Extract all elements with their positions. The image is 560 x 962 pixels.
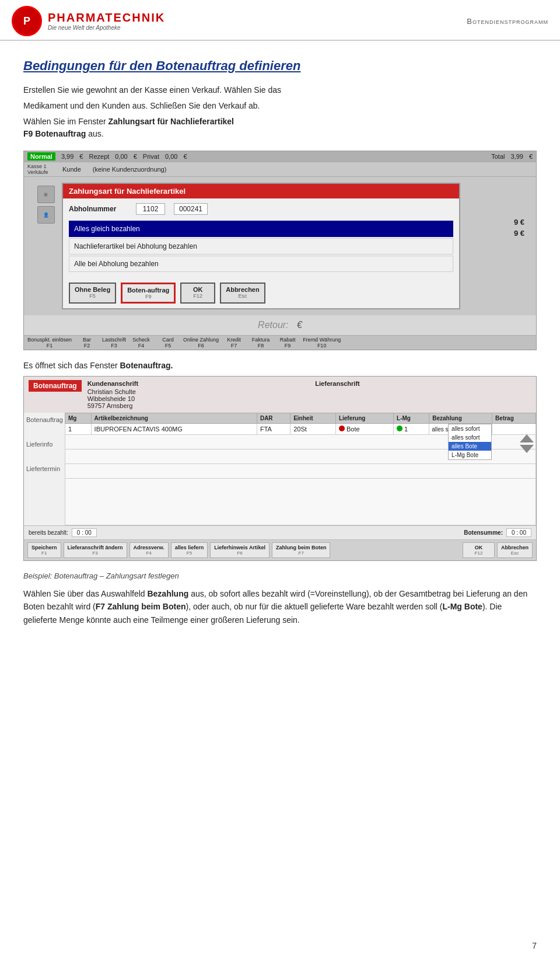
dialog-box: Zahlungsart für Nachlieferartikel Abholn… <box>62 183 460 309</box>
ss2-body: Botenauftrag Lieferinfo Liefertermin Mg … <box>24 413 536 525</box>
ss2-lieferanschrift: Lieferanschrift <box>315 380 531 409</box>
logo-text: PHARMATECHNIK Die neue Welt der Apotheke <box>48 11 165 31</box>
th-dar: DAR <box>257 413 290 424</box>
bottom-fremd: Fremd WährungF10 <box>303 337 341 348</box>
btn-ohne-beleg[interactable]: Ohne Beleg F5 <box>69 283 116 304</box>
normal-label: Normal <box>27 152 55 161</box>
footer-btn-ok[interactable]: OK F12 <box>463 542 495 558</box>
dialog-main: Zahlungsart für Nachlieferartikel Abholn… <box>62 183 460 309</box>
scroll-down-arrow[interactable] <box>520 445 534 453</box>
page-number: 7 <box>532 941 537 950</box>
dialog-title-text: Zahlungsart für Nachlieferartikel <box>69 187 186 196</box>
para2: Medikament und den Kunden aus. Schließen… <box>23 100 537 112</box>
bottom-kredit: KreditF7 <box>222 337 246 348</box>
dropdown-item-2[interactable]: alles sofort <box>449 433 491 442</box>
lmg-dot <box>397 426 402 431</box>
footer-btn-abbrechen[interactable]: Abbrechen Esc <box>497 542 533 558</box>
bereits-label: bereits bezahlt: <box>29 529 68 536</box>
footer-btn-lieferanschrift[interactable]: Lieferanschrift ändern F3 <box>64 542 127 558</box>
td-mg: 1 <box>65 424 92 435</box>
para1: Erstellen Sie wie gewohnt an der Kasse e… <box>23 84 537 96</box>
ss2-side-col: Botenauftrag Lieferinfo Liefertermin <box>24 413 65 525</box>
dropdown-item-3[interactable]: alles Bote <box>449 442 491 451</box>
header-program-title: Botendienstprogramm <box>467 17 548 26</box>
th-lmg: L-Mg <box>394 413 429 424</box>
privat-label: Privat <box>143 153 159 160</box>
th-einheit: Einheit <box>290 413 336 424</box>
dropdown-item-4[interactable]: L-Mg Bote <box>449 451 491 459</box>
bottom-bar: BarF2 <box>75 337 99 348</box>
btn-abbrechen[interactable]: Abbrechen Esc <box>220 283 265 304</box>
option-nachlieferartikel[interactable]: Nachlieferartikel bei Abholung bezahlen <box>69 238 453 255</box>
page-content: Bedingungen für den Botenauftrag definie… <box>0 41 560 647</box>
th-betrag: Betrag <box>492 413 536 424</box>
footer-btn-speichern[interactable]: Speichern F1 <box>27 542 61 558</box>
ss1-bottom-bar: Bonuspkt. einlösenF1 BarF2 LastschriftF3… <box>24 335 536 350</box>
liefertermin-label: Liefertermin <box>26 465 62 472</box>
ss1-right: 9 € 9 € <box>466 183 524 309</box>
ss1-topbar: Normal 3,99 € Rezept 0,00 € Privat 0,00 … <box>24 151 536 162</box>
bottom-card: CardF5 <box>156 337 180 348</box>
normal-val: 3,99 <box>61 153 74 160</box>
ss2-main-area: Mg Artikelbezeichnung DAR Einheit Liefer… <box>65 413 536 525</box>
header: P PHARMATECHNIK Die neue Welt der Apothe… <box>0 0 560 41</box>
page-title: Bedingungen für den Botenauftrag definie… <box>23 58 537 74</box>
dropdown-item-1[interactable]: alles sofort <box>449 424 491 433</box>
final-text: Wählen Sie über das Auswahlfeld Bezahlun… <box>23 587 537 626</box>
botensumme-label: Botensumme: <box>464 529 503 536</box>
td-lmg: 1 <box>394 424 429 435</box>
screenshot1: Normal 3,99 € Rezept 0,00 € Privat 0,00 … <box>23 151 537 350</box>
dialog-buttons: Ohne Beleg F5 Boten-auftrag F9 OK F12 <box>63 278 459 308</box>
price1: 9 € <box>466 218 524 226</box>
ss2-title: Botenauftrag <box>29 380 82 392</box>
btn-botenauftrag[interactable]: Boten-auftrag F9 <box>121 283 176 304</box>
lieferung-dot <box>339 426 345 431</box>
abholnummer-label: Abholnummer <box>69 205 127 213</box>
dialog-sidebar: ⊞ 👤 <box>36 183 56 309</box>
footer-btn-zahlung-boten[interactable]: Zahlung beim Boten F7 <box>272 542 331 558</box>
th-lieferung: Lieferung <box>335 413 393 424</box>
bottom-rabatt: RabattF9 <box>276 337 299 348</box>
section2-text: Es öffnet sich das Fenster Botenauftrag. <box>23 361 537 370</box>
logo-icon: P <box>12 6 42 36</box>
ss2-bottom-right: Botensumme: 0 : 00 <box>464 528 531 537</box>
total-label: Total <box>491 153 505 160</box>
dialog-title-bar: Zahlungsart für Nachlieferartikel <box>63 184 459 198</box>
scroll-up-arrow[interactable] <box>520 434 534 442</box>
sidebar-icon2: 👤 <box>37 206 55 224</box>
table-row-empty3 <box>65 464 536 479</box>
footer-btn-alles-liefern[interactable]: alles liefern F5 <box>171 542 208 558</box>
currency1: € <box>79 153 83 160</box>
ss2-table: Mg Artikelbezeichnung DAR Einheit Liefer… <box>65 413 536 525</box>
screenshot2: Botenauftrag Kundenanschrift Christian S… <box>23 376 537 561</box>
sidebar-icon1: ⊞ <box>37 186 55 203</box>
rezept-val: 0,00 <box>115 153 127 160</box>
price2: 9 € <box>466 229 524 238</box>
btn-ok[interactable]: OK F12 <box>180 283 215 304</box>
ss2-footer-buttons: Speichern F1 Lieferanschrift ändern F3 A… <box>24 539 536 560</box>
bezahlung-dropdown[interactable]: alles sofort alles sofort alles Bote L-M… <box>448 424 492 460</box>
ss2-bottom-row: bereits bezahlt: 0 : 00 Botensumme: 0 : … <box>24 525 536 539</box>
kunde-val: (keine Kundenzuordnung) <box>93 166 167 173</box>
lieferinfo-label: Lieferinfo <box>26 441 62 448</box>
footer-btn-lieferhinweis[interactable]: Lieferhinweis Artikel F6 <box>210 542 270 558</box>
retour-area: Retour: € <box>24 315 536 335</box>
ss2-kundenanschrift: Kundenanschrift Christian Schulte Wibbel… <box>88 380 304 409</box>
td-dar: FTA <box>257 424 290 435</box>
logo-sub-text: Die neue Welt der Apotheke <box>48 25 165 31</box>
th-artikel: Artikelbezeichnung <box>91 413 257 424</box>
abholnummer-val1: 1102 <box>136 203 165 215</box>
option-alles-gleich[interactable]: Alles gleich bezahlen <box>69 221 453 237</box>
bottom-online: Online ZahlungF6 <box>183 337 219 348</box>
option-alle-abholung[interactable]: Alle bei Abholung bezahlen <box>69 256 453 272</box>
kasse-left: Kasse 1 Verkäufe <box>27 163 51 175</box>
rezept-label: Rezept <box>89 153 109 160</box>
abholnummer-val2: 000241 <box>174 203 208 215</box>
total-val: 3,99 <box>510 153 523 160</box>
td-lieferung: Bote <box>335 424 393 435</box>
para3: Wählen Sie im Fenster Zahlungsart für Na… <box>23 116 537 140</box>
dialog-content: Abholnummer 1102 000241 Alles gleich bez… <box>63 198 459 278</box>
botenauftrag-label: Botenauftrag <box>26 416 62 423</box>
footer-btn-adressverw[interactable]: Adressverw. F4 <box>130 542 169 558</box>
abholnummer-row: Abholnummer 1102 000241 <box>69 203 453 215</box>
